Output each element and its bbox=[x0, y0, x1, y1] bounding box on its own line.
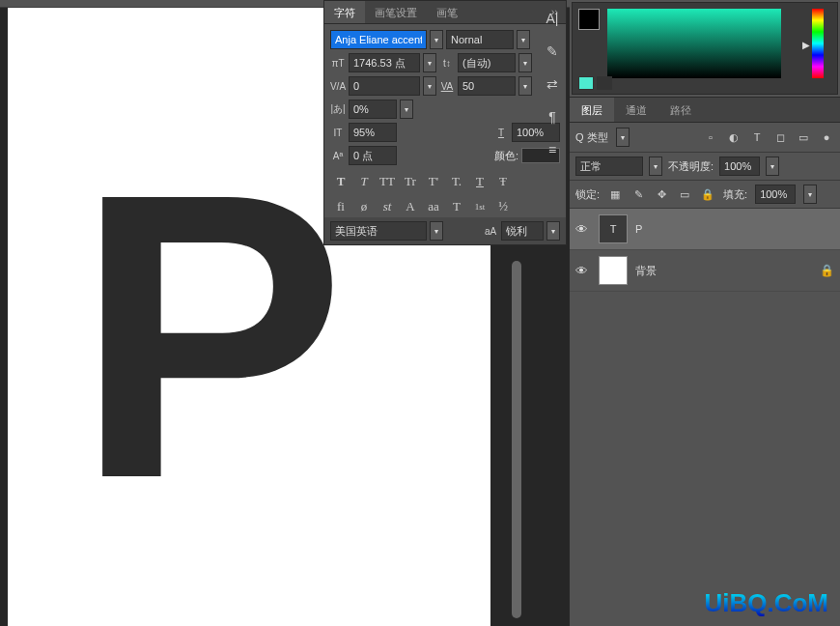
filter-image-icon[interactable]: ▫ bbox=[703, 129, 718, 145]
style-bold[interactable]: T bbox=[332, 173, 350, 190]
filter-toggle-icon[interactable]: ● bbox=[819, 129, 834, 145]
tab-paragraph-settings[interactable]: 画笔设置 bbox=[365, 1, 427, 23]
swap-panel-icon[interactable]: ⇄ bbox=[542, 73, 563, 95]
vscale-input[interactable] bbox=[349, 100, 397, 119]
brush-panel-icon[interactable]: ✎ bbox=[542, 41, 563, 62]
lock-paint-icon[interactable]: ✎ bbox=[630, 186, 646, 202]
lock-icon[interactable]: 🔒 bbox=[820, 264, 834, 277]
layer-thumb-bg[interactable] bbox=[599, 256, 628, 285]
lock-artboard-icon[interactable]: ▭ bbox=[677, 186, 692, 202]
antialias-select[interactable] bbox=[501, 221, 544, 241]
ot-titling[interactable]: T bbox=[448, 198, 465, 215]
tab-character[interactable]: 字符 bbox=[324, 1, 365, 23]
filter-type-icon[interactable]: T bbox=[749, 129, 765, 145]
kerning-dropdown[interactable]: ▾ bbox=[518, 76, 532, 96]
recent-color-2[interactable] bbox=[597, 76, 612, 90]
style-italic[interactable]: T bbox=[355, 173, 373, 190]
tab-brush[interactable]: 画笔 bbox=[427, 1, 467, 23]
hue-strip[interactable] bbox=[812, 9, 824, 78]
character-panel-icon[interactable]: A| bbox=[542, 8, 563, 29]
style-underline[interactable]: T bbox=[471, 173, 489, 190]
layer-name[interactable]: 背景 bbox=[635, 264, 657, 278]
filter-shape-icon[interactable]: ◻ bbox=[772, 129, 788, 145]
lock-position-icon[interactable]: ✥ bbox=[654, 186, 669, 202]
leading-input[interactable] bbox=[458, 53, 516, 72]
leading-icon: t↕ bbox=[439, 55, 455, 71]
lock-pixels-icon[interactable]: ▦ bbox=[607, 186, 623, 202]
baseline-input[interactable] bbox=[349, 146, 397, 165]
layer-item-background[interactable]: 👁 背景 🔒 bbox=[570, 250, 840, 292]
foreground-swatch[interactable] bbox=[578, 9, 600, 30]
hscale-input[interactable] bbox=[349, 123, 397, 142]
ot-swash[interactable]: A bbox=[402, 198, 419, 215]
style-subscript[interactable]: T. bbox=[448, 173, 465, 190]
opacity-dropdown[interactable]: ▾ bbox=[766, 156, 779, 176]
character-panel: 字符 画笔设置 画笔 ›› ▾ ▾ πT ▾ t↕ ▾ V/A ▾ VA ▾ bbox=[323, 0, 567, 245]
style-strikethrough[interactable]: Ŧ bbox=[494, 173, 512, 190]
opacity-input[interactable] bbox=[719, 156, 760, 176]
tab-layers[interactable]: 图层 bbox=[570, 98, 614, 122]
lock-all-icon[interactable]: 🔒 bbox=[700, 186, 715, 202]
font-family-input[interactable] bbox=[330, 30, 427, 49]
filter-adjust-icon[interactable]: ◐ bbox=[726, 129, 742, 145]
ot-stylistic[interactable]: st bbox=[378, 198, 396, 215]
sidebar-icons: A| ✎ ⇄ ¶ ≡ bbox=[538, 2, 567, 160]
style-allcaps[interactable]: TT bbox=[378, 173, 396, 190]
fill-label: 填充: bbox=[723, 187, 747, 202]
recent-color-1[interactable] bbox=[578, 76, 594, 90]
blend-mode-dropdown[interactable]: ▾ bbox=[649, 156, 662, 176]
baseline-icon: Aª bbox=[330, 148, 346, 163]
style-smallcaps[interactable]: Tr bbox=[402, 173, 419, 190]
font-size-input[interactable] bbox=[349, 53, 420, 72]
lock-label: 锁定: bbox=[575, 187, 600, 202]
hscale-icon: IT bbox=[330, 125, 346, 140]
style-superscript[interactable]: T' bbox=[425, 173, 442, 190]
hue-indicator[interactable]: ▶ bbox=[802, 40, 810, 50]
font-size-dropdown[interactable]: ▾ bbox=[423, 53, 436, 72]
font-style-input[interactable] bbox=[446, 30, 514, 49]
vscale-dropdown[interactable]: ▾ bbox=[400, 100, 413, 119]
paragraph-panel-icon[interactable]: ¶ bbox=[542, 106, 563, 128]
layer-thumb-text[interactable]: T bbox=[599, 214, 628, 243]
visibility-icon[interactable]: 👁 bbox=[575, 264, 591, 278]
watermark: UiBQ.CoM bbox=[704, 588, 828, 618]
leading-dropdown[interactable]: ▾ bbox=[518, 53, 532, 72]
menu-panel-icon[interactable]: ≡ bbox=[542, 139, 563, 160]
filter-dropdown[interactable]: ▾ bbox=[616, 128, 630, 147]
language-select[interactable] bbox=[330, 221, 427, 241]
fill-input[interactable] bbox=[755, 185, 796, 204]
vscale-icon: |あ| bbox=[330, 101, 346, 117]
ot-opticals[interactable]: aa bbox=[425, 198, 442, 215]
kerning-input[interactable] bbox=[458, 76, 516, 96]
blend-mode-select[interactable] bbox=[575, 156, 643, 176]
layers-panel: 图层 通道 路径 Q 类型 ▾ ▫ ◐ T ◻ ▭ ● ▾ 不透明度: ▾ 锁定… bbox=[570, 97, 840, 292]
color-picker[interactable]: ▶ bbox=[572, 2, 838, 95]
layer-name[interactable]: P bbox=[635, 223, 642, 235]
kerning-icon: VA bbox=[439, 78, 455, 94]
tab-paths[interactable]: 路径 bbox=[658, 98, 703, 122]
wscale-icon: T bbox=[493, 125, 509, 140]
right-panel: ▶ 图层 通道 路径 Q 类型 ▾ ▫ ◐ T ◻ ▭ ● ▾ 不透明度: bbox=[570, 0, 840, 626]
style-buttons-row: T T TT Tr T' T. T Ŧ bbox=[330, 169, 560, 194]
ot-ordinals[interactable]: 1st bbox=[471, 198, 489, 215]
font-style-dropdown[interactable]: ▾ bbox=[517, 30, 530, 49]
font-family-dropdown[interactable]: ▾ bbox=[430, 30, 443, 49]
antialias-dropdown[interactable]: ▾ bbox=[546, 221, 560, 241]
tracking-input[interactable] bbox=[349, 76, 420, 96]
layer-item-text[interactable]: 👁 T P bbox=[570, 209, 840, 250]
ot-ligatures[interactable]: fi bbox=[332, 198, 350, 215]
scrollbar-vertical[interactable] bbox=[512, 261, 521, 618]
opacity-label: 不透明度: bbox=[668, 159, 714, 174]
ot-slashed[interactable]: ø bbox=[355, 198, 373, 215]
tab-channels[interactable]: 通道 bbox=[614, 98, 658, 122]
fill-dropdown[interactable]: ▾ bbox=[803, 185, 817, 204]
language-dropdown[interactable]: ▾ bbox=[430, 221, 443, 241]
color-field[interactable] bbox=[607, 9, 781, 78]
filter-smart-icon[interactable]: ▭ bbox=[796, 129, 811, 145]
filter-label: Q 类型 bbox=[575, 130, 608, 145]
ot-fractions[interactable]: ½ bbox=[494, 198, 512, 215]
panel-tabs: 字符 画笔设置 画笔 ›› bbox=[324, 1, 566, 24]
tracking-dropdown[interactable]: ▾ bbox=[423, 76, 436, 96]
text-layer-content[interactable]: P bbox=[75, 133, 346, 539]
visibility-icon[interactable]: 👁 bbox=[575, 222, 591, 237]
